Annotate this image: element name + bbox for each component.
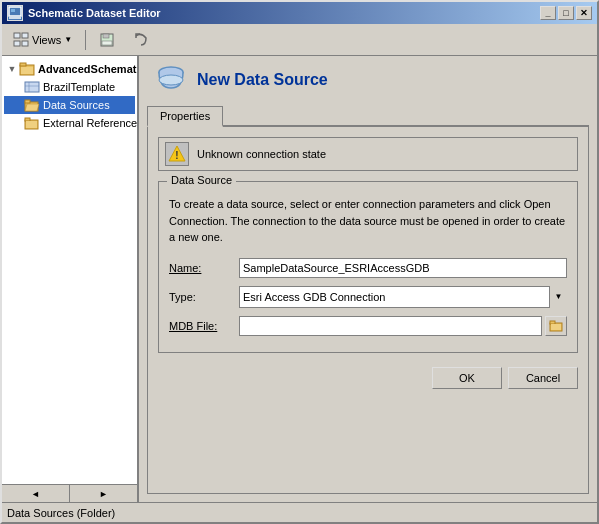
close-button[interactable]: ✕ [576, 6, 592, 20]
tree-item-label-1: Data Sources [43, 99, 110, 111]
mdb-row: MDB File: [169, 316, 567, 336]
tree-item-label-0: BrazilTemplate [43, 81, 115, 93]
svg-rect-1 [11, 9, 15, 12]
svg-rect-21 [26, 121, 37, 128]
title-bar-buttons: _ □ ✕ [540, 6, 592, 20]
mdb-label: MDB File: [169, 320, 239, 332]
save-icon [99, 32, 115, 48]
tree-panel: ▼ AdvancedSchemati... [2, 56, 139, 502]
svg-rect-13 [25, 82, 39, 92]
status-bar: Data Sources (Folder) [2, 502, 597, 522]
tab-properties[interactable]: Properties [147, 106, 223, 127]
datasource-group-box: Data Source To create a data source, sel… [158, 181, 578, 353]
tree-scroll-left[interactable]: ◄ [2, 485, 70, 502]
name-input[interactable] [239, 258, 567, 278]
tree-item-label-2: External References [43, 117, 137, 129]
svg-rect-4 [22, 33, 28, 38]
ok-button[interactable]: OK [432, 367, 502, 389]
group-box-legend: Data Source [167, 174, 236, 186]
schema-icon [24, 79, 40, 95]
tab-bar: Properties [147, 104, 589, 127]
mdb-file-input[interactable] [239, 316, 542, 336]
tab-content: ! Unknown connection state Data Source T… [147, 127, 589, 494]
window-title: Schematic Dataset Editor [28, 7, 161, 19]
folder-open-icon [24, 97, 40, 113]
svg-rect-12 [21, 67, 33, 74]
expand-icon: ▼ [6, 63, 18, 75]
svg-marker-18 [25, 104, 39, 111]
panel-header: New Data Source [147, 64, 589, 96]
description-text: To create a data source, select or enter… [169, 196, 567, 246]
tree-content: ▼ AdvancedSchemati... [2, 56, 137, 484]
cancel-button[interactable]: Cancel [508, 367, 578, 389]
svg-rect-9 [102, 41, 112, 45]
tree-root-item[interactable]: ▼ AdvancedSchemati... [4, 60, 135, 78]
action-buttons: OK Cancel [158, 367, 578, 389]
type-select[interactable]: Esri Access GDB Connection [239, 286, 567, 308]
status-bar-text: Data Sources (Folder) [7, 507, 115, 519]
file-input-row [239, 316, 567, 336]
panel-header-title: New Data Source [197, 71, 328, 89]
minimize-button[interactable]: _ [540, 6, 556, 20]
views-icon [13, 32, 29, 48]
svg-rect-11 [20, 63, 26, 66]
app-icon [7, 5, 23, 21]
svg-rect-8 [103, 34, 109, 38]
maximize-button[interactable]: □ [558, 6, 574, 20]
type-label: Type: [169, 291, 239, 303]
type-row: Type: Esri Access GDB Connection ▼ [169, 286, 567, 308]
tree-root-label: AdvancedSchemati... [38, 63, 137, 75]
connection-status-icon-container: ! [165, 142, 189, 166]
undo-icon [133, 32, 149, 48]
svg-rect-6 [22, 41, 28, 46]
folder-icon [24, 115, 40, 131]
tree-scroll-buttons: ◄ ► [2, 484, 137, 502]
svg-rect-3 [14, 33, 20, 38]
views-button[interactable]: Views ▼ [6, 28, 79, 52]
tree-item-0[interactable]: BrazilTemplate [4, 78, 135, 96]
browse-button[interactable] [545, 316, 567, 336]
svg-rect-20 [25, 118, 30, 121]
svg-rect-27 [550, 321, 555, 324]
svg-rect-17 [25, 100, 30, 103]
views-label: Views [32, 34, 61, 46]
title-bar-left: Schematic Dataset Editor [7, 5, 161, 21]
tree-item-1[interactable]: Data Sources [4, 96, 135, 114]
status-row: ! Unknown connection state [158, 137, 578, 171]
type-select-wrapper: Esri Access GDB Connection ▼ [239, 286, 567, 308]
svg-rect-5 [14, 41, 20, 46]
datasource-large-icon [155, 64, 187, 96]
right-panel: New Data Source Properties ! Unknown con… [139, 56, 597, 502]
title-bar: Schematic Dataset Editor _ □ ✕ [2, 2, 597, 24]
toolbar-separator [85, 30, 86, 50]
views-dropdown-icon: ▼ [64, 35, 72, 44]
toolbar-button-2[interactable] [126, 28, 156, 52]
tree-item-2[interactable]: External References [4, 114, 135, 132]
toolbar-button-1[interactable] [92, 28, 122, 52]
root-icon [19, 61, 35, 77]
main-area: ▼ AdvancedSchemati... [2, 56, 597, 502]
toolbar: Views ▼ [2, 24, 597, 56]
tree-scroll-right[interactable]: ► [70, 485, 137, 502]
name-label: Name: [169, 262, 239, 274]
svg-text:!: ! [175, 150, 178, 161]
svg-point-23 [159, 75, 183, 85]
name-row: Name: [169, 258, 567, 278]
svg-rect-28 [551, 324, 561, 330]
connection-status-text: Unknown connection state [197, 148, 326, 160]
main-window: Schematic Dataset Editor _ □ ✕ Views ▼ [0, 0, 599, 524]
